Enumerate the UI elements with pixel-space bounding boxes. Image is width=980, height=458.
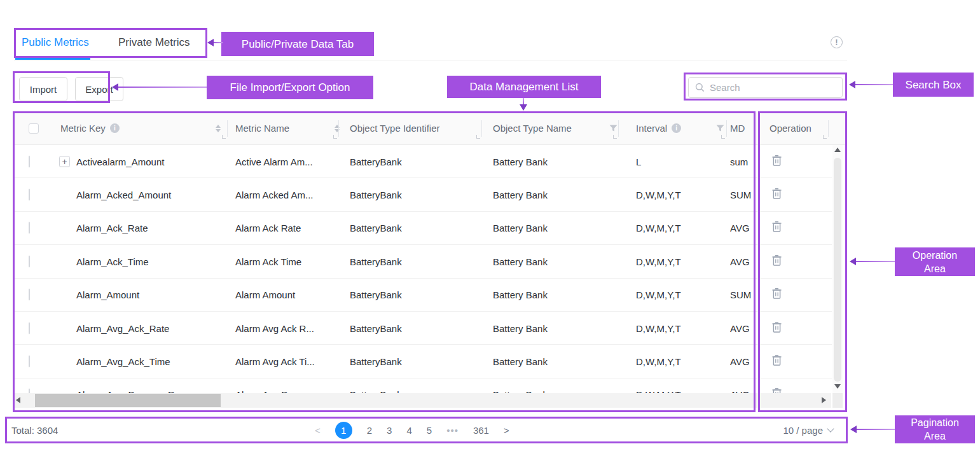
column-divider xyxy=(618,120,619,137)
metric-key-cell: Alarm_Avg_Ack_Rate xyxy=(76,323,169,333)
table-header: Metric Key i Metric Name Object Type Ide… xyxy=(13,111,847,145)
sort-icon[interactable] xyxy=(216,125,221,132)
delete-icon[interactable] xyxy=(771,355,782,366)
scroll-down-icon[interactable] xyxy=(834,384,841,389)
table-row[interactable]: Alarm_Acked_Amount Alarm Acked Am... Bat… xyxy=(13,178,832,211)
resize-handle[interactable] xyxy=(333,135,337,139)
metric-name-cell: Alarm Amount xyxy=(235,289,295,300)
page-3[interactable]: 3 xyxy=(387,425,392,436)
annotation-arrowhead xyxy=(849,81,855,88)
import-button[interactable]: Import xyxy=(19,77,67,101)
annotation-operation-label: Operation Area xyxy=(895,247,975,276)
object-type-name-cell: Battery Bank xyxy=(493,156,548,167)
search-input[interactable]: Search xyxy=(688,77,843,98)
table-body: + Activealarm_Amount Active Alarm Am... … xyxy=(13,145,847,410)
metric-key-cell: Alarm_Ack_Time xyxy=(76,256,149,267)
pages-ellipsis[interactable]: ••• xyxy=(446,425,459,436)
row-checkbox[interactable] xyxy=(29,322,30,334)
search-placeholder: Search xyxy=(710,82,740,93)
prev-page-icon[interactable]: < xyxy=(315,425,321,436)
table-row[interactable]: Alarm_Amount Alarm Amount BatteryBank Ba… xyxy=(13,279,832,312)
md-cell: AVG xyxy=(730,356,756,367)
row-checkbox[interactable] xyxy=(29,155,30,167)
annotation-arrowhead xyxy=(520,104,527,111)
tab-public-metrics[interactable]: Public Metrics xyxy=(22,36,89,49)
scroll-right-icon[interactable] xyxy=(822,397,826,403)
metric-key-cell: Alarm_Acked_Amount xyxy=(76,190,171,200)
object-type-identifier-cell: BatteryBank xyxy=(350,223,402,233)
annotation-arrowhead xyxy=(207,39,214,46)
tab-private-metrics[interactable]: Private Metrics xyxy=(118,36,190,49)
filter-icon[interactable] xyxy=(609,125,618,132)
expand-row-icon[interactable]: + xyxy=(59,156,70,167)
select-all-checkbox[interactable] xyxy=(29,123,39,134)
delete-icon[interactable] xyxy=(771,254,782,266)
table-row[interactable]: Alarm_Avg_Ack_Rate Alarm Avg Ack R... Ba… xyxy=(13,312,832,345)
filter-icon[interactable] xyxy=(716,125,724,132)
page-5[interactable]: 5 xyxy=(427,425,432,436)
row-checkbox[interactable] xyxy=(29,255,30,267)
annotation-search-label: Search Box xyxy=(893,73,974,97)
row-checkbox[interactable] xyxy=(29,289,30,301)
md-cell: AVG xyxy=(730,223,756,233)
metric-key-cell: Alarm_Avg_Ack_Time xyxy=(76,356,170,367)
row-checkbox[interactable] xyxy=(29,222,30,234)
annotation-arrow xyxy=(117,87,207,88)
object-type-name-cell: Battery Bank xyxy=(493,289,548,300)
horizontal-scrollbar-thumb[interactable] xyxy=(35,394,221,407)
object-type-identifier-cell: BatteryBank xyxy=(350,323,402,333)
metric-name-cell: Active Alarm Am... xyxy=(235,156,313,167)
row-checkbox[interactable] xyxy=(29,189,30,201)
object-type-name-cell: Battery Bank xyxy=(493,356,548,367)
interval-cell: D,W,M,Y,T xyxy=(636,190,681,200)
annotation-arrow xyxy=(855,429,895,430)
delete-icon[interactable] xyxy=(771,188,782,200)
table-row[interactable]: Alarm_Ack_Rate Alarm Ack Rate BatteryBan… xyxy=(13,212,832,245)
md-cell: SUM xyxy=(730,190,756,200)
object-type-name-cell: Battery Bank xyxy=(493,223,548,233)
object-type-name-cell: Battery Bank xyxy=(493,256,548,267)
object-type-name-cell: Battery Bank xyxy=(493,323,548,333)
annotation-arrowhead xyxy=(850,426,857,433)
interval-cell: L xyxy=(636,156,641,167)
page-info-icon[interactable]: ! xyxy=(831,36,843,48)
resize-handle[interactable] xyxy=(823,135,827,139)
resize-handle[interactable] xyxy=(222,135,226,139)
column-metric-name[interactable]: Metric Name xyxy=(235,111,289,145)
interval-cell: D,W,M,Y,T xyxy=(636,223,681,233)
object-type-identifier-cell: BatteryBank xyxy=(350,289,402,300)
page-2[interactable]: 2 xyxy=(367,425,372,436)
object-type-identifier-cell: BatteryBank xyxy=(350,156,402,167)
delete-icon[interactable] xyxy=(771,155,782,166)
column-md: MD xyxy=(730,111,745,145)
info-icon[interactable]: i xyxy=(672,123,681,133)
annotation-arrowhead xyxy=(850,258,856,265)
page-last[interactable]: 361 xyxy=(473,425,489,436)
pager: < 1 2 3 4 5 ••• 361 > xyxy=(315,417,509,443)
resize-handle[interactable] xyxy=(476,135,480,139)
resize-handle[interactable] xyxy=(613,135,617,139)
resize-handle[interactable] xyxy=(721,135,725,139)
annotation-tab-label: Public/Private Data Tab xyxy=(221,32,374,56)
delete-icon[interactable] xyxy=(771,221,782,233)
metric-name-cell: Alarm Ack Rate xyxy=(235,223,301,233)
next-page-icon[interactable]: > xyxy=(504,425,509,436)
page-1-current[interactable]: 1 xyxy=(335,422,352,439)
page-size-select[interactable]: 10 / page xyxy=(783,417,833,443)
annotation-arrow xyxy=(855,261,895,262)
column-interval: Interval i xyxy=(636,111,681,145)
scroll-up-icon[interactable] xyxy=(834,148,841,152)
page-4[interactable]: 4 xyxy=(406,425,411,436)
vertical-scrollbar-thumb[interactable] xyxy=(834,158,841,382)
scroll-left-icon[interactable] xyxy=(16,397,20,403)
metric-name-cell: Alarm Avg Ack Ti... xyxy=(235,356,315,367)
table-row[interactable]: + Activealarm_Amount Active Alarm Am... … xyxy=(13,145,832,178)
delete-icon[interactable] xyxy=(771,288,782,300)
column-metric-key[interactable]: Metric Key i xyxy=(60,111,120,145)
info-icon[interactable]: i xyxy=(110,123,120,133)
delete-icon[interactable] xyxy=(771,321,782,333)
metric-name-cell: Alarm Acked Am... xyxy=(235,190,314,200)
table-row[interactable]: Alarm_Ack_Time Alarm Ack Time BatteryBan… xyxy=(13,245,832,278)
row-checkbox[interactable] xyxy=(29,356,30,368)
table-row[interactable]: Alarm_Avg_Ack_Time Alarm Avg Ack Ti... B… xyxy=(13,345,832,378)
